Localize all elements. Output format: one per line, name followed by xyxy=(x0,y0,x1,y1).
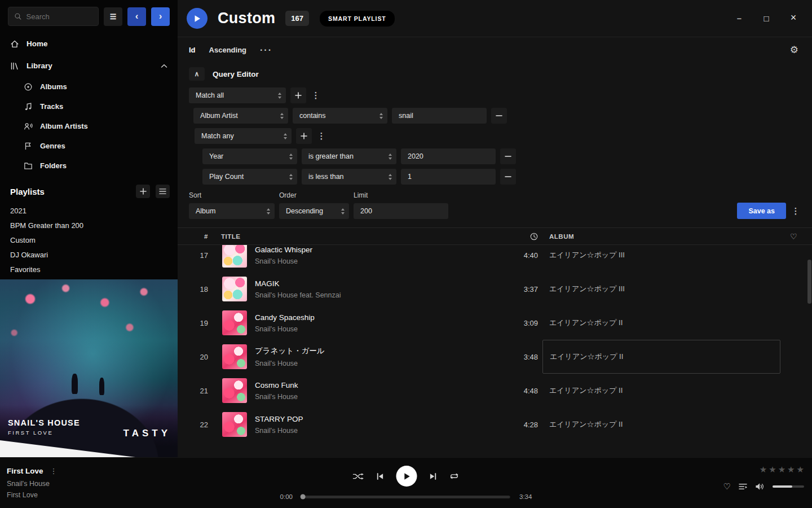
search-box[interactable] xyxy=(8,7,99,26)
player-bar: First Love ⋮ Snail's House First Love xyxy=(0,457,812,508)
sort-by-select[interactable]: Album xyxy=(189,203,275,219)
save-as-button[interactable]: Save as xyxy=(737,203,786,219)
track-number: 18 xyxy=(178,285,211,294)
more-options-button[interactable]: ··· xyxy=(260,45,272,55)
star-icon[interactable]: ★ xyxy=(787,465,795,475)
maximize-button[interactable]: □ xyxy=(761,14,771,23)
track-row[interactable]: 18 MAGIK Snail's House feat. Sennzai 3:3… xyxy=(178,272,812,306)
column-album[interactable]: ALBUM ♡ xyxy=(538,232,797,241)
heart-icon[interactable]: ♡ xyxy=(790,232,797,241)
select-value: Play Count xyxy=(209,173,244,181)
group-match-mode-select[interactable]: Match any xyxy=(195,128,292,144)
page-title: Custom xyxy=(218,10,275,27)
remove-rule-button[interactable] xyxy=(500,169,516,185)
column-number[interactable]: # xyxy=(178,233,211,240)
star-icon[interactable]: ★ xyxy=(797,465,804,475)
back-button[interactable]: ‹ xyxy=(127,7,146,26)
seek-bar[interactable] xyxy=(302,496,510,498)
now-playing-album: First Love xyxy=(7,491,58,499)
seek-handle[interactable] xyxy=(301,494,306,500)
play-playlist-button[interactable] xyxy=(187,8,208,29)
minimize-button[interactable]: − xyxy=(734,14,744,23)
star-icon[interactable]: ★ xyxy=(778,465,785,475)
sidebar-item-genres[interactable]: Genres xyxy=(0,136,178,156)
close-button[interactable]: × xyxy=(788,14,798,23)
track-row[interactable]: 22 STARRY POP Snail's House 4:28 エイリアン☆ポ… xyxy=(178,408,812,441)
next-button[interactable] xyxy=(430,472,437,480)
rule-value-input[interactable] xyxy=(392,108,487,124)
rule-operator-select[interactable]: contains xyxy=(293,108,387,124)
sidebar-item-library[interactable]: Library xyxy=(0,55,178,77)
track-row[interactable]: 20 プラネット・ガール Snail's House 3:48 エイリアン☆ポッ… xyxy=(178,340,812,374)
remove-rule-button[interactable] xyxy=(500,148,516,164)
queue-button[interactable] xyxy=(739,483,747,491)
track-row[interactable]: 21 Cosmo Funk Snail's House 4:48 エイリアン☆ポ… xyxy=(178,374,812,408)
select-arrows-icon xyxy=(267,208,270,214)
rule-field-select[interactable]: Year xyxy=(202,148,297,164)
scrollbar-thumb[interactable] xyxy=(807,260,811,304)
sidebar-item-folders[interactable]: Folders xyxy=(0,156,178,176)
sort-field-button[interactable]: Id xyxy=(189,46,196,54)
track-duration: 4:28 xyxy=(498,421,538,429)
select-arrows-icon xyxy=(278,93,281,99)
star-icon[interactable]: ★ xyxy=(769,465,776,475)
sort-direction-button[interactable]: Ascending xyxy=(209,46,246,54)
menu-button[interactable]: ☰ xyxy=(104,7,122,26)
artwork-label: SNAIL'S HOUSE FIRST LOVE xyxy=(8,418,80,436)
app-window: ☰ ‹ › Home Library Albums Tracks Album A… xyxy=(0,0,812,508)
rule-value-input[interactable] xyxy=(401,148,496,164)
rule-options-button[interactable]: ⋮ xyxy=(311,87,321,103)
add-playlist-button[interactable] xyxy=(136,185,150,198)
star-icon[interactable]: ★ xyxy=(760,465,767,475)
playlist-item[interactable]: Favorites xyxy=(0,262,178,277)
shuffle-button[interactable] xyxy=(353,472,364,480)
collapse-chevron-icon[interactable] xyxy=(161,64,167,68)
sidebar-item-home[interactable]: Home xyxy=(0,33,178,55)
repeat-button[interactable] xyxy=(449,472,460,480)
previous-button[interactable] xyxy=(377,472,384,480)
column-title[interactable]: TITLE xyxy=(211,233,498,240)
add-rule-button[interactable] xyxy=(290,87,306,103)
search-icon xyxy=(14,12,22,21)
column-duration[interactable] xyxy=(498,233,538,240)
playlist-item[interactable]: BPM Greater than 200 xyxy=(0,218,178,233)
rule-field-select[interactable]: Play Count xyxy=(202,169,297,185)
volume-slider[interactable] xyxy=(773,485,804,488)
track-options-button[interactable]: ⋮ xyxy=(50,467,58,475)
focused-album-cell[interactable]: エイリアン☆ポップ II xyxy=(542,340,780,374)
volume-button[interactable] xyxy=(755,483,765,491)
order-select[interactable]: Descending xyxy=(279,203,349,219)
rule-operator-select[interactable]: is greater than xyxy=(302,148,396,164)
forward-button[interactable]: › xyxy=(151,7,170,26)
playlists-header: Playlists xyxy=(0,176,178,203)
sidebar-item-albums[interactable]: Albums xyxy=(0,77,178,97)
remove-rule-button[interactable] xyxy=(491,108,507,124)
play-pause-button[interactable] xyxy=(396,466,417,487)
favorite-button[interactable]: ♡ xyxy=(723,481,731,492)
minus-icon xyxy=(505,173,511,180)
playlist-view-button[interactable] xyxy=(156,185,170,198)
chevron-left-icon: ‹ xyxy=(135,11,139,22)
rule-value-input[interactable] xyxy=(401,169,496,185)
match-mode-select[interactable]: Match all xyxy=(189,87,286,103)
plus-icon xyxy=(295,92,302,99)
previous-icon xyxy=(377,472,384,480)
track-row[interactable]: 17 Galactic Whisper Snail's House 4:40 エ… xyxy=(178,245,812,272)
gear-icon[interactable]: ⚙ xyxy=(790,44,798,56)
save-options-button[interactable]: ⋮ xyxy=(791,203,801,219)
track-row[interactable]: 19 Candy Spaceship Snail's House 3:09 エイ… xyxy=(178,306,812,340)
collapse-query-editor-button[interactable]: ∧ xyxy=(189,67,205,81)
sidebar-item-album-artists[interactable]: Album Artists xyxy=(0,116,178,136)
group-options-button[interactable]: ⋮ xyxy=(316,128,326,144)
add-group-rule-button[interactable] xyxy=(296,128,312,144)
limit-input[interactable] xyxy=(354,203,448,219)
track-title: プラネット・ガール xyxy=(255,346,498,356)
rule-operator-select[interactable]: is less than xyxy=(302,169,396,185)
playlist-item[interactable]: 2021 xyxy=(0,203,178,218)
track-duration: 4:48 xyxy=(498,387,538,395)
playlist-item[interactable]: DJ Okawari xyxy=(0,247,178,262)
sidebar-item-tracks[interactable]: Tracks xyxy=(0,97,178,116)
playlist-item[interactable]: Custom xyxy=(0,233,178,247)
rule-field-select[interactable]: Album Artist xyxy=(193,108,288,124)
search-input[interactable] xyxy=(27,12,92,21)
